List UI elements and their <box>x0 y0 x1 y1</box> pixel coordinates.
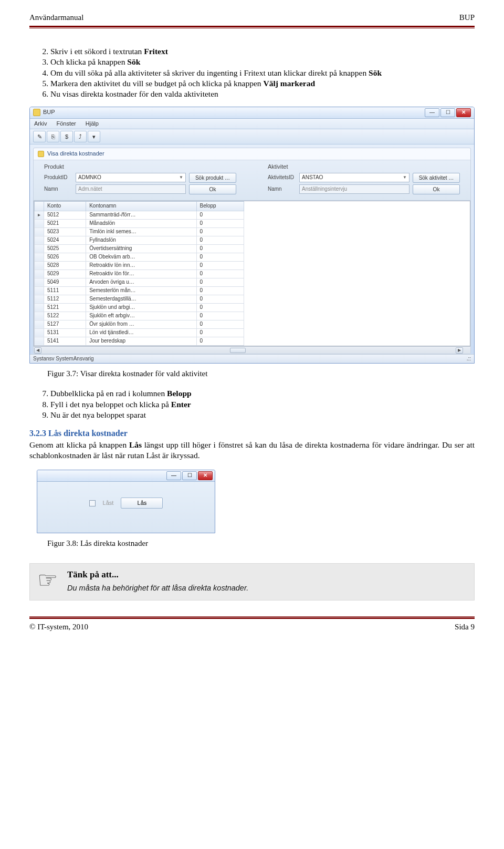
produkt-ok-button[interactable]: Ok <box>189 184 236 194</box>
table-cell[interactable]: 0 <box>196 261 244 270</box>
table-cell[interactable]: 0 <box>196 253 244 261</box>
table-row[interactable]: 5112Semesterdagstillä…0 <box>35 295 244 303</box>
maximize-button[interactable]: ☐ <box>440 108 455 117</box>
toolbar-button[interactable]: ▾ <box>88 131 100 142</box>
table-cell[interactable]: Övertidsersättning <box>86 244 196 253</box>
table-cell[interactable]: 5026 <box>44 253 86 261</box>
table-cell[interactable]: 5021 <box>44 219 86 227</box>
table-row[interactable]: 5026OB Obekväm arb…0 <box>35 253 244 261</box>
table-cell[interactable]: 5122 <box>44 312 86 320</box>
table-row[interactable]: 5024Fyllnadslön0 <box>35 236 244 244</box>
scroll-thumb[interactable] <box>230 348 246 353</box>
table-cell[interactable]: Fyllnadslön <box>86 236 196 244</box>
kostnader-grid[interactable]: KontoKontonamnBelopp▸5012Sammanträd-/för… <box>34 201 470 346</box>
table-cell[interactable]: 0 <box>196 227 244 236</box>
table-row[interactable]: 5029Retroaktiv lön för…0 <box>35 270 244 278</box>
table-cell[interactable]: 0 <box>196 211 244 219</box>
table-cell[interactable]: 5025 <box>44 244 86 253</box>
table-cell[interactable]: Arvoden övriga u… <box>86 278 196 286</box>
table-row[interactable]: 5028Retroaktiv lön inn…0 <box>35 261 244 270</box>
table-row[interactable]: 5122Sjuklön eft arbgiv…0 <box>35 312 244 320</box>
table-cell[interactable]: 0 <box>196 295 244 303</box>
toolbar-button[interactable]: ⎘ <box>47 131 59 142</box>
aktivitetsid-label: AktivitetsID <box>268 174 296 181</box>
horizontal-scrollbar[interactable]: ◀ ▶ <box>34 346 470 354</box>
table-row[interactable]: 5025Övertidsersättning0 <box>35 244 244 253</box>
app-window: BUP ― ☐ ✕ ArkivFönsterHjälp ✎⎘$⤴▾ Visa d… <box>29 107 475 364</box>
table-cell[interactable]: 0 <box>196 236 244 244</box>
table-cell[interactable]: 5049 <box>44 278 86 286</box>
column-header[interactable]: Belopp <box>196 201 244 211</box>
table-cell[interactable]: Retroaktiv lön för… <box>86 270 196 278</box>
table-cell[interactable]: 0 <box>196 328 244 337</box>
menu-item[interactable]: Fönster <box>56 120 76 127</box>
footer-right: Sida 9 <box>455 622 475 632</box>
column-header[interactable]: Konto <box>44 201 86 211</box>
panel-icon <box>38 151 44 157</box>
table-cell[interactable]: Övr sjuklön from … <box>86 320 196 328</box>
close-button[interactable]: ✕ <box>198 471 213 480</box>
table-cell[interactable]: 5141 <box>44 337 86 345</box>
maximize-button[interactable]: ☐ <box>182 471 197 480</box>
aktivitet-ok-button[interactable]: Ok <box>413 184 460 194</box>
table-cell[interactable]: Sjuklön eft arbgiv… <box>86 312 196 320</box>
toolbar-button[interactable]: ⤴ <box>74 131 87 142</box>
table-cell[interactable]: 0 <box>196 337 244 345</box>
table-cell[interactable]: Sjuklön und arbgi… <box>86 303 196 312</box>
toolbar-button[interactable]: ✎ <box>33 131 46 142</box>
menu-item[interactable]: Hjälp <box>86 120 99 127</box>
table-cell[interactable]: Lön vid tjänstledi… <box>86 328 196 337</box>
minimize-button[interactable]: ― <box>166 471 181 480</box>
produktid-input[interactable]: ADMNKO▼ <box>76 173 186 182</box>
table-row[interactable]: ▸5012Sammanträd-/förr…0 <box>35 211 244 219</box>
table-row[interactable]: 5021Månadslön0 <box>35 219 244 227</box>
table-cell[interactable]: Månadslön <box>86 219 196 227</box>
header-right: BUP <box>459 13 475 23</box>
table-cell[interactable]: 5111 <box>44 286 86 295</box>
scroll-left-icon[interactable]: ◀ <box>34 347 41 354</box>
table-cell[interactable]: 5012 <box>44 211 86 219</box>
table-cell[interactable]: 0 <box>196 286 244 295</box>
table-cell[interactable]: 0 <box>196 278 244 286</box>
table-cell[interactable]: 5127 <box>44 320 86 328</box>
table-cell[interactable]: Timlön inkl semes… <box>86 227 196 236</box>
sok-aktivitet-button[interactable]: Sök aktivitet … <box>413 173 460 183</box>
close-button[interactable]: ✕ <box>456 108 471 117</box>
table-cell[interactable]: Retroaktiv lön inn… <box>86 261 196 270</box>
table-cell[interactable]: Sammanträd-/förr… <box>86 211 196 219</box>
aktivitetsid-input[interactable]: ANSTAO▼ <box>299 173 410 182</box>
sok-produkt-button[interactable]: Sök produkt … <box>189 173 236 183</box>
table-row[interactable]: 5131Lön vid tjänstledi…0 <box>35 328 244 337</box>
table-cell[interactable]: 0 <box>196 270 244 278</box>
lock-window: ― ☐ ✕ Låst Lås <box>37 470 215 533</box>
scroll-right-icon[interactable]: ▶ <box>456 347 463 354</box>
table-row[interactable]: 5023Timlön inkl semes…0 <box>35 227 244 236</box>
table-row[interactable]: 5141Jour beredskap0 <box>35 337 244 345</box>
menu-item[interactable]: Arkiv <box>34 120 47 127</box>
table-cell[interactable]: 5028 <box>44 261 86 270</box>
table-cell[interactable]: 5029 <box>44 270 86 278</box>
toolbar-button[interactable]: $ <box>60 131 73 142</box>
table-row[interactable]: 5111Semesterlön mån…0 <box>35 286 244 295</box>
table-row[interactable]: 5127Övr sjuklön from …0 <box>35 320 244 328</box>
table-cell[interactable]: 0 <box>196 244 244 253</box>
table-cell[interactable]: 5112 <box>44 295 86 303</box>
table-cell[interactable]: 0 <box>196 219 244 227</box>
table-cell[interactable]: OB Obekväm arb… <box>86 253 196 261</box>
table-cell[interactable]: 0 <box>196 312 244 320</box>
table-cell[interactable]: 0 <box>196 303 244 312</box>
table-cell[interactable]: Semesterdagstillä… <box>86 295 196 303</box>
table-cell[interactable]: Jour beredskap <box>86 337 196 345</box>
table-cell[interactable]: 5121 <box>44 303 86 312</box>
table-row[interactable]: 5121Sjuklön und arbgi…0 <box>35 303 244 312</box>
last-checkbox[interactable] <box>89 500 96 506</box>
las-button[interactable]: Lås <box>121 498 163 509</box>
table-cell[interactable]: 5024 <box>44 236 86 244</box>
table-cell[interactable]: Semesterlön mån… <box>86 286 196 295</box>
table-row[interactable]: 5049Arvoden övriga u…0 <box>35 278 244 286</box>
table-cell[interactable]: 5023 <box>44 227 86 236</box>
minimize-button[interactable]: ― <box>425 108 439 117</box>
column-header[interactable]: Kontonamn <box>86 201 196 211</box>
table-cell[interactable]: 5131 <box>44 328 86 337</box>
table-cell[interactable]: 0 <box>196 320 244 328</box>
